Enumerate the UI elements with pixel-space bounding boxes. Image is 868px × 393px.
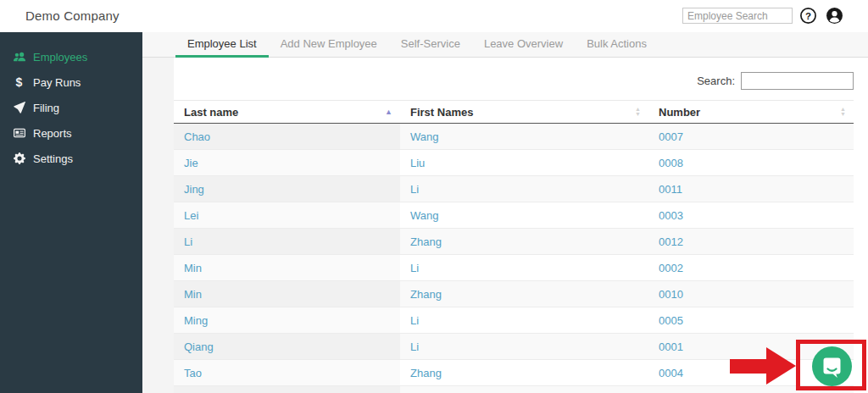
tab-bulk-actions[interactable]: Bulk Actions [575,32,659,58]
sidebar-item-label: Settings [33,152,73,165]
table-row: MingLi0005 [174,307,854,334]
paper-plane-icon [12,102,26,114]
tab-self-service[interactable]: Self-Service [389,32,472,58]
table-cell[interactable]: 0012 [648,229,854,255]
table-row: LeiWang0003 [174,202,854,229]
sidebar-item-settings[interactable]: Settings [0,146,142,171]
top-bar: Demo Company ? [0,0,868,32]
table-row: QiangLi0001 [174,334,854,360]
table-cell[interactable]: Jie [174,150,400,176]
sidebar-item-pay-runs[interactable]: $Pay Runs [0,69,142,95]
help-circle-icon[interactable]: ? [799,7,817,25]
table-cell[interactable]: Min [174,281,400,307]
sort-asc-icon: ▲ [385,108,392,116]
tab-add-new-employee[interactable]: Add New Employee [269,32,389,58]
table-cell[interactable]: 0002 [648,255,854,281]
sidebar-item-label: Pay Runs [33,76,81,89]
column-label: First Names [410,106,473,119]
tab-employee-list[interactable]: Employee List [175,32,269,58]
table-search: Search: [697,72,854,90]
table-cell[interactable]: Tao [174,360,400,386]
employee-table: Last name▲First Names▲▼Number▲▼ ChaoWang… [174,100,854,393]
table-cell[interactable]: Liu [400,150,648,176]
table-row-partial [174,386,854,393]
table-cell[interactable]: Li [174,229,400,255]
table-cell[interactable]: Li [400,176,648,202]
column-header-first-names[interactable]: First Names▲▼ [400,101,648,124]
table-cell[interactable]: 0005 [648,307,854,334]
table-cell[interactable]: 0003 [648,202,854,229]
sidebar: Employees$Pay RunsFilingReportsSettings [0,32,142,393]
table-row: ChaoWang0007 [174,124,854,150]
table-search-label: Search: [697,75,735,87]
column-label: Last name [184,106,238,119]
table-cell[interactable]: Zhang [400,281,648,307]
table-cell[interactable]: 0011 [648,176,854,202]
content-gutter [142,58,174,393]
sidebar-item-label: Reports [33,127,72,140]
gear-icon [12,152,26,165]
employee-list-panel: Search: Last name▲First Names▲▼Number▲▼ … [174,58,854,393]
table-row: MinZhang0010 [174,281,854,307]
sidebar-item-label: Employees [33,51,87,64]
table-cell[interactable]: Chao [174,124,400,150]
sort-both-icon: ▲▼ [635,107,641,117]
column-header-number[interactable]: Number▲▼ [648,101,854,124]
table-row: TaoZhang0004 [174,360,854,386]
table-search-input[interactable] [741,72,854,90]
table-cell[interactable]: Jing [174,176,400,202]
users-icon [12,51,26,64]
sort-both-icon: ▲▼ [840,107,846,117]
sidebar-item-filing[interactable]: Filing [0,95,142,120]
table-cell[interactable]: Wang [400,202,648,229]
column-header-last-name[interactable]: Last name▲ [174,101,400,124]
table-cell[interactable]: Li [400,334,648,360]
table-row: JingLi0011 [174,176,854,202]
chat-launcher-button[interactable] [812,346,852,386]
company-title: Demo Company [25,8,120,23]
table-row: MinLi0002 [174,255,854,281]
table-cell[interactable]: Min [174,255,400,281]
tab-leave-overview[interactable]: Leave Overview [472,32,575,58]
table-cell[interactable]: 0007 [648,124,854,150]
sidebar-item-label: Filing [33,102,59,114]
sidebar-item-employees[interactable]: Employees [0,44,142,69]
column-label: Number [659,106,700,119]
newspaper-icon [12,127,26,140]
table-row: LiZhang0012 [174,229,854,255]
table-cell[interactable]: Li [400,307,648,334]
table-cell[interactable]: Li [400,255,648,281]
table-cell[interactable]: Qiang [174,334,400,360]
table-cell[interactable]: Zhang [400,360,648,386]
table-cell[interactable]: 0010 [648,281,854,307]
sidebar-item-reports[interactable]: Reports [0,120,142,146]
table-cell[interactable]: Zhang [400,229,648,255]
svg-text:?: ? [805,11,811,21]
table-cell[interactable]: Lei [174,202,400,229]
table-cell[interactable]: Wang [400,124,648,150]
tab-bar: Employee ListAdd New EmployeeSelf-Servic… [142,32,868,58]
employee-search-input[interactable] [682,8,793,24]
table-cell[interactable]: Ming [174,307,400,334]
chat-bubble-icon [812,346,852,386]
table-cell[interactable]: 0008 [648,150,854,176]
table-row: JieLiu0008 [174,150,854,176]
user-circle-icon[interactable] [826,7,843,25]
dollar-icon: $ [12,76,26,89]
